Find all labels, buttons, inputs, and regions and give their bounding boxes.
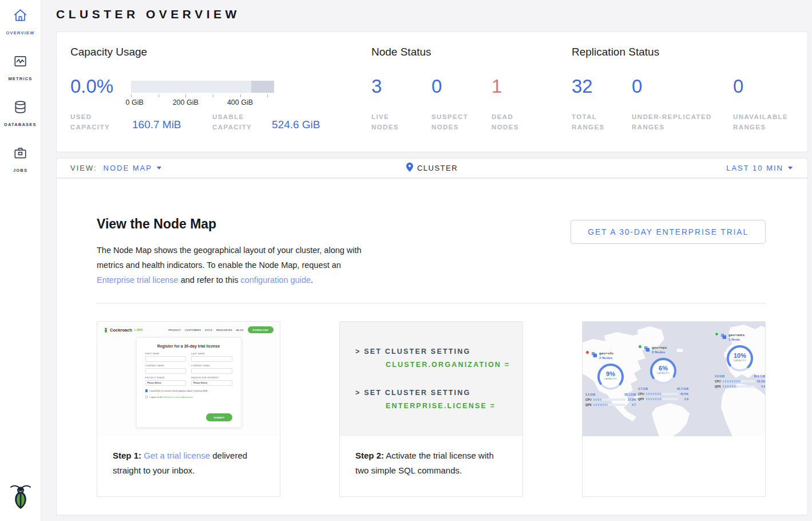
- nodes-cube-icon: [644, 346, 650, 352]
- mini-brand-suffix: LABS: [134, 328, 143, 331]
- cluster-summary-panel: Capacity Usage 0.0% 0 GiB 200 GiB 400 Gi…: [56, 31, 808, 152]
- unavailable-ranges-count: 0: [733, 76, 743, 97]
- step1-card: Cockroach LABS PRODUCT CUSTOMERS DOCS RE…: [97, 321, 280, 497]
- description-text: .: [311, 275, 313, 285]
- used-capacity-value: 160.7 MiB: [132, 119, 181, 131]
- sidebar-item-label: JOBS: [13, 168, 27, 173]
- mini-brand-text: Cockroach: [110, 327, 132, 333]
- usable-capacity-label: USABLE CAPACITY: [212, 112, 264, 132]
- node-map-description: The Node Map shows the geographical layo…: [97, 243, 370, 287]
- node-map-panel: View the Node Map GET A 30-DAY ENTERPRIS…: [56, 178, 808, 515]
- cockroachdb-logo: [10, 482, 31, 512]
- mini-cockroach-brand: Cockroach LABS: [104, 327, 143, 333]
- description-text: and refer to this: [179, 275, 241, 285]
- sidebar-item-label: METRICS: [8, 76, 32, 81]
- step2-card: > SET CLUSTER SETTING CLUSTER.ORGANIZATI…: [339, 321, 523, 497]
- step2-caption: Step 2: Activate the trial license with …: [340, 436, 522, 478]
- step1-caption: Step 1: Get a trial license delivered st…: [97, 436, 280, 478]
- home-icon: [13, 8, 28, 25]
- sidebar-item-label: DATABASES: [4, 122, 36, 127]
- step3-node-map-preview: geo=sfo 2 Nodes 9% CAPACITY 3.2 GiB35.1 …: [583, 322, 765, 436]
- replication-status-title: Replication Status: [572, 46, 659, 58]
- capacity-gauge-ticks: [131, 93, 274, 97]
- time-range-value: LAST 10 MIN: [726, 164, 783, 172]
- usable-capacity-value: 524.6 GiB: [272, 119, 320, 131]
- map-pin-icon: [406, 163, 413, 174]
- time-range-selector[interactable]: LAST 10 MIN: [726, 164, 793, 172]
- mini-checkbox-checked: [145, 389, 148, 392]
- view-label: VIEW:: [70, 164, 97, 172]
- sidebar-item-jobs[interactable]: JOBS: [13, 145, 28, 173]
- suspect-nodes-label: SUSPECT NODES: [431, 112, 477, 132]
- node-status-title: Node Status: [371, 46, 431, 58]
- chevron-down-icon: [157, 167, 161, 169]
- capacity-donut: 9% CAPACITY: [596, 362, 625, 392]
- configuration-guide-link[interactable]: configuration guide: [240, 275, 311, 285]
- under-replicated-ranges-label: UNDER-REPLICATED RANGES: [632, 112, 723, 132]
- locality-badge-sfo: geo=sfo 2 Nodes 9% CAPACITY 3.2 GiB35.1 …: [585, 352, 636, 406]
- metrics-chart-icon: [13, 54, 28, 71]
- gauge-tick-label: 200 GiB: [173, 98, 199, 106]
- database-icon: [13, 100, 28, 117]
- step1-label: Step 1:: [113, 451, 141, 460]
- step3-card: geo=sfo 2 Nodes 9% CAPACITY 3.2 GiB35.1 …: [582, 321, 766, 497]
- mini-trial-form: Register for a 30-day trial license FIRS…: [136, 337, 241, 428]
- page-title: CLUSTER OVERVIEW: [56, 7, 240, 21]
- unavailable-ranges-label: UNAVAILABLE RANGES: [733, 112, 799, 132]
- briefcase-icon: [13, 145, 28, 163]
- gauge-tick-label: 400 GiB: [227, 98, 253, 106]
- live-status-dot: [638, 345, 642, 349]
- locality-badge-nyc: geo=nyc 2 Nodes 6% CAPACITY 3.7 GiB65.7 …: [638, 346, 688, 401]
- gauge-tick-label: 0 GiB: [126, 98, 144, 106]
- capacity-donut: 6% CAPACITY: [648, 356, 678, 386]
- enterprise-trial-license-link[interactable]: Enterprise trial license: [97, 275, 179, 285]
- mini-submit-button: SUBMIT: [206, 413, 232, 421]
- mini-site-nav: PRODUCT CUSTOMERS DOCS RESOURCES BLOG DO…: [168, 326, 274, 333]
- enterprise-trial-button[interactable]: GET A 30-DAY ENTERPRISE TRIAL: [571, 220, 766, 244]
- dead-status-dot: [585, 350, 589, 354]
- view-bar: VIEW: NODE MAP CLUSTER LAST 10 MIN: [56, 158, 808, 178]
- capacity-used-percent: 0.0%: [70, 76, 113, 97]
- live-nodes-label: LIVE NODES: [371, 112, 411, 132]
- locality-badge-ams: geo=ams 1 Node 10% CAPACITY 3.6 GiB36.6 …: [715, 333, 765, 388]
- total-ranges-label: TOTAL RANGES: [572, 112, 615, 132]
- mini-download-button: DOWNLOAD: [248, 326, 274, 333]
- step2-sql-panel: > SET CLUSTER SETTING CLUSTER.ORGANIZATI…: [340, 322, 522, 436]
- mini-form-title: Register for a 30-day trial license: [145, 344, 232, 348]
- capacity-donut: 10% CAPACITY: [725, 344, 755, 373]
- chevron-down-icon: [788, 167, 793, 169]
- total-ranges-count: 32: [572, 76, 593, 97]
- capacity-usage-title: Capacity Usage: [70, 46, 147, 58]
- sidebar-item-label: OVERVIEW: [6, 30, 35, 35]
- breadcrumb: CLUSTER: [406, 163, 458, 174]
- dead-nodes-count: 1: [492, 76, 502, 97]
- capacity-gauge-bar: [131, 81, 274, 93]
- capacity-gauge: 0 GiB 200 GiB 400 GiB: [131, 81, 274, 108]
- view-selector[interactable]: VIEW: NODE MAP: [70, 164, 161, 172]
- under-replicated-ranges-count: 0: [632, 76, 642, 97]
- used-capacity-label: USED CAPACITY: [70, 112, 122, 132]
- view-value: NODE MAP: [104, 164, 152, 172]
- sidebar-item-overview[interactable]: OVERVIEW: [6, 8, 35, 35]
- node-map-heading: View the Node Map: [97, 216, 216, 232]
- sidebar-item-databases[interactable]: DATABASES: [4, 100, 36, 127]
- step1-preview-image: Cockroach LABS PRODUCT CUSTOMERS DOCS RE…: [97, 322, 280, 436]
- nodes-cube-icon: [720, 333, 727, 340]
- live-status-dot: [715, 332, 719, 336]
- breadcrumb-cluster-label: CLUSTER: [417, 164, 458, 172]
- capacity-gauge-reserved-segment: [251, 81, 274, 93]
- description-text: The Node Map shows the geographical layo…: [97, 246, 362, 270]
- dead-nodes-label: DEAD NODES: [492, 112, 526, 132]
- live-nodes-count: 3: [371, 76, 382, 97]
- sidebar-item-metrics[interactable]: METRICS: [8, 54, 32, 81]
- sidebar: OVERVIEW METRICS DATABASES JOBS: [0, 0, 41, 521]
- steps-row: Cockroach LABS PRODUCT CUSTOMERS DOCS RE…: [97, 321, 766, 497]
- get-trial-license-link[interactable]: Get a trial license: [144, 451, 210, 460]
- mini-checkbox-unchecked: [145, 396, 148, 398]
- suspect-nodes-count: 0: [431, 76, 442, 97]
- nodes-cube-icon: [591, 352, 597, 358]
- step2-label: Step 2:: [355, 451, 384, 460]
- section-divider: [97, 303, 766, 303]
